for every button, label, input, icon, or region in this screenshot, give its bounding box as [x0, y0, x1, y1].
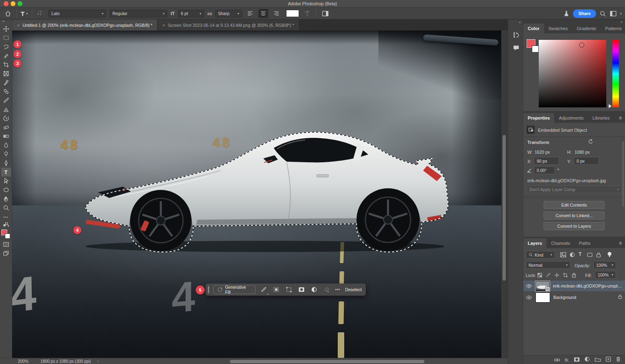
panel-menu-icon[interactable]: ≡	[616, 113, 625, 123]
layer-row-background[interactable]: Background	[523, 292, 625, 303]
panel-menu-icon[interactable]: ≡	[616, 238, 625, 248]
lock-pixels-icon[interactable]	[546, 272, 551, 279]
hue-slider[interactable]	[612, 40, 619, 107]
zoom-tool[interactable]	[1, 203, 11, 212]
modify-selection-brush-icon[interactable]: ▾	[260, 285, 268, 294]
lock-position-icon[interactable]	[554, 272, 559, 279]
screen-mode-icon[interactable]	[1, 249, 11, 258]
font-style-select[interactable]: Regular ▾	[109, 10, 167, 17]
opacity-input[interactable]: 100% ▾	[593, 261, 616, 269]
minimize-window-button[interactable]	[11, 1, 15, 6]
more-tools-icon[interactable]: •••	[1, 212, 11, 221]
filter-type-layers-icon[interactable]: T	[579, 251, 581, 257]
font-size-select[interactable]: 6 pt ▾	[178, 10, 204, 17]
collapse-tools-icon[interactable]: »	[2, 19, 4, 23]
type-tool[interactable]: T	[1, 168, 11, 177]
align-center-button[interactable]	[258, 9, 268, 18]
generative-fill-button[interactable]: Generative Fill	[213, 285, 256, 294]
lasso-tool[interactable]	[1, 42, 11, 51]
swap-colors-icon[interactable]	[1, 221, 11, 229]
color-picker-ring[interactable]	[579, 42, 584, 48]
tab-color[interactable]: Color	[523, 24, 544, 33]
move-tool[interactable]	[1, 24, 11, 33]
adjustment-icon[interactable]	[310, 285, 319, 294]
visibility-eye-icon[interactable]	[526, 284, 532, 288]
layer-comp-select[interactable]: Don't Apply Layer Comp ▾	[527, 185, 622, 193]
eyedropper-tool[interactable]	[1, 78, 11, 87]
dodge-tool[interactable]	[1, 150, 11, 159]
history-brush-tool[interactable]	[1, 114, 11, 123]
y-position-input[interactable]: 0 px	[574, 157, 599, 165]
lock-artboard-icon[interactable]	[563, 272, 568, 279]
convert-to-layers-button[interactable]: Convert to Layers	[544, 222, 605, 230]
shape-tool[interactable]	[1, 185, 11, 194]
delete-layer-icon[interactable]	[616, 356, 621, 364]
background-color-swatch[interactable]	[5, 233, 10, 239]
kind-filter-select[interactable]: Kind ▾	[526, 251, 555, 259]
foreground-background-swatches[interactable]	[1, 229, 11, 240]
path-selection-tool[interactable]	[1, 177, 11, 185]
canvas-horizontal-scrollbar[interactable]	[230, 360, 424, 363]
x-position-input[interactable]: 90 px	[534, 157, 559, 165]
close-icon[interactable]: ×	[17, 23, 20, 28]
filter-smart-objects-icon[interactable]	[596, 252, 601, 259]
tab-libraries[interactable]: Libraries	[588, 113, 614, 123]
layer-name[interactable]: erik-mclean-dbLgODXOPgo-unsplash	[553, 283, 623, 288]
tab-paths[interactable]: Paths	[575, 238, 595, 248]
reset-transform-icon[interactable]	[588, 138, 594, 146]
type-tool-preset[interactable]: T ▾	[21, 10, 28, 17]
layer-thumbnail[interactable]	[535, 292, 550, 303]
font-family-select[interactable]: Lato ▾	[48, 10, 106, 17]
blur-tool[interactable]	[1, 141, 11, 150]
hue-slider-arrow[interactable]	[609, 104, 612, 108]
zoom-window-button[interactable]	[17, 1, 22, 6]
comments-panel-icon[interactable]	[511, 43, 520, 52]
anti-alias-select[interactable]: Sharp ▾	[215, 10, 242, 17]
beta-flask-icon[interactable]	[563, 10, 570, 17]
filter-shape-layers-icon[interactable]	[587, 252, 593, 259]
status-chevron-icon[interactable]: ›	[98, 359, 99, 364]
add-mask-icon[interactable]	[574, 356, 580, 364]
more-options-icon[interactable]: •••	[335, 288, 340, 292]
close-window-button[interactable]	[4, 1, 9, 6]
fill-input[interactable]: 100% ▾	[595, 271, 616, 279]
layer-effects-icon[interactable]: fx.	[565, 357, 569, 362]
layer-thumbnail[interactable]	[535, 281, 550, 291]
edit-contents-button[interactable]: Edit Contents	[544, 201, 605, 209]
tab-properties[interactable]: Properties	[523, 113, 554, 123]
zoom-level[interactable]: 200%	[18, 359, 28, 364]
invert-selection-icon[interactable]	[272, 285, 281, 294]
crop-tool[interactable]	[1, 60, 11, 69]
tab-channels[interactable]: Channels	[546, 238, 574, 248]
text-orientation-icon[interactable]	[36, 10, 45, 17]
search-icon[interactable]	[599, 10, 606, 17]
share-button[interactable]: Share	[573, 9, 596, 18]
convert-to-linked-button[interactable]: Convert to Linked...	[544, 211, 605, 220]
new-layer-icon[interactable]	[605, 356, 611, 364]
new-adjustment-layer-icon[interactable]	[584, 356, 590, 364]
object-selection-tool[interactable]	[1, 51, 11, 60]
tab-swatches[interactable]: Swatches	[544, 24, 573, 33]
tab-patterns[interactable]: Patterns	[601, 24, 625, 33]
gradient-tool[interactable]	[1, 132, 11, 141]
healing-brush-tool[interactable]	[1, 87, 11, 96]
clone-stamp-tool[interactable]	[1, 105, 11, 114]
pen-tool[interactable]	[1, 159, 11, 168]
quick-mask-icon[interactable]	[1, 240, 11, 249]
expand-dock-icon[interactable]: «	[519, 20, 521, 24]
align-right-button[interactable]	[271, 9, 281, 18]
lock-transparency-icon[interactable]	[537, 272, 542, 279]
chevron-down-icon[interactable]: ▾	[557, 168, 559, 171]
properties-scrollbar[interactable]	[622, 142, 624, 207]
document-tab-untitled[interactable]: × Untitled-1 @ 200% (erik-mclean-dbLgODX…	[12, 20, 157, 31]
fill-selection-icon[interactable]	[323, 285, 331, 294]
canvas-vertical-scrollbar[interactable]	[503, 135, 506, 281]
selected-car-subject[interactable]	[75, 123, 463, 253]
home-icon[interactable]	[3, 10, 12, 17]
history-panel-icon[interactable]	[511, 30, 520, 39]
tab-layers[interactable]: Layers	[523, 238, 546, 248]
document-canvas[interactable]: 48 48 4 4	[12, 31, 501, 358]
workspace-switcher-icon[interactable]	[610, 11, 617, 17]
marquee-tool[interactable]	[1, 33, 11, 42]
saturation-brightness-field[interactable]	[539, 40, 606, 107]
